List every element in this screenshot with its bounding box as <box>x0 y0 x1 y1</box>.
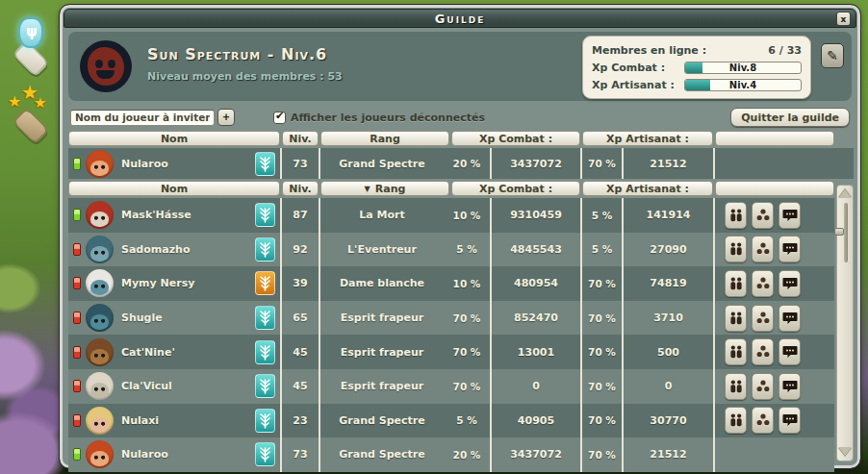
table-row[interactable]: Nularoo 73 Grand Spectre 20 % 3437072 70… <box>68 148 854 179</box>
scroll-down-icon[interactable] <box>838 446 852 458</box>
artisan-xp-percent: 70 % <box>582 266 622 301</box>
header-rank-sorted[interactable]: ▼Rang <box>320 181 449 196</box>
artisan-xp-value: 500 <box>624 335 713 369</box>
guild-options-button[interactable] <box>752 407 774 434</box>
header-actions <box>715 181 834 196</box>
member-level: 45 <box>282 369 319 404</box>
guild-emblem-logo <box>80 40 132 92</box>
header-level[interactable]: Niv. <box>282 181 319 196</box>
table-row[interactable]: Sadomazho 92 L'Eventreur 5 % 4845543 5 %… <box>68 233 834 267</box>
world-crystal-shortcut[interactable] <box>6 17 56 77</box>
group-invite-button[interactable] <box>725 270 747 297</box>
guild-emblem-icon <box>255 442 275 466</box>
header-name[interactable]: Nom <box>68 131 280 146</box>
guild-options-button[interactable] <box>752 373 774 400</box>
avatar <box>86 304 114 332</box>
guild-emblem-icon <box>255 374 275 398</box>
member-rank: La Mort <box>320 209 444 221</box>
header-xp-artisan[interactable]: Xp Artisanat : <box>582 181 713 196</box>
table-row[interactable]: Cat'Nine' 45 Esprit frapeur 70 % 13001 7… <box>68 335 834 369</box>
artisan-xp-percent: 70 % <box>582 148 622 179</box>
combat-xp-percent: 5 % <box>444 414 490 426</box>
member-name: Sadomazho <box>121 243 190 256</box>
message-button[interactable] <box>779 305 801 332</box>
toolbar: + ✔ Afficher les joueurs déconnectés Qui… <box>70 106 850 129</box>
status-badge <box>73 380 81 392</box>
title-bar[interactable]: Guilde x <box>64 9 856 28</box>
guild-options-button[interactable] <box>752 338 774 365</box>
table-row[interactable]: Nularoo 73 Grand Spectre 20 % 3437072 70… <box>68 437 834 472</box>
member-level: 73 <box>282 437 319 472</box>
checkmark-icon: ✔ <box>275 110 284 122</box>
message-button[interactable] <box>779 338 801 365</box>
header-level[interactable]: Niv. <box>282 131 319 146</box>
combat-xp-percent: 5 % <box>444 243 490 255</box>
group-invite-button[interactable] <box>725 305 747 332</box>
avatar <box>86 338 114 366</box>
show-offline-checkbox-wrap[interactable]: ✔ Afficher les joueurs déconnectés <box>273 112 485 124</box>
table-row[interactable]: Cla'Vicul 45 Esprit frapeur 70 % 0 70 % … <box>68 369 834 404</box>
avatar <box>86 236 114 263</box>
members-table: Nom Niv. Rang Xp Combat : Xp Artisanat :… <box>68 131 854 462</box>
scroll-thumb[interactable] <box>834 228 844 236</box>
xp-combat-level: Niv.8 <box>685 62 801 73</box>
message-button[interactable] <box>779 236 801 262</box>
table-header-row-sortable: Nom Niv. ▼Rang Xp Combat : Xp Artisanat … <box>68 181 854 196</box>
guild-options-button[interactable] <box>752 305 774 332</box>
message-button[interactable] <box>779 270 801 297</box>
combat-xp-value: 40905 <box>492 404 580 438</box>
table-row[interactable]: Mask'Hásse 87 La Mort 10 % 9310459 5 % 1… <box>68 198 834 233</box>
artisan-xp-value: 0 <box>624 369 713 404</box>
combat-xp-percent: 70 % <box>444 346 490 358</box>
group-invite-button[interactable] <box>725 236 747 262</box>
table-row[interactable]: Mymy Nersy 39 Dame blanche 10 % 480954 7… <box>68 266 834 301</box>
scroll-rail[interactable] <box>844 203 848 262</box>
message-button[interactable] <box>779 202 801 229</box>
member-name: Mask'Hásse <box>121 209 191 221</box>
group-invite-button[interactable] <box>725 373 747 400</box>
avatar <box>86 201 114 229</box>
table-row[interactable]: Nulaxi 23 Grand Spectre 5 % 40905 70 % 3… <box>68 404 834 438</box>
artisan-xp-percent: 70 % <box>582 404 622 438</box>
member-rank: Grand Spectre <box>320 414 444 427</box>
member-level: 92 <box>282 233 319 267</box>
combat-xp-value: 3437072 <box>492 148 580 179</box>
combat-xp-value: 9310459 <box>492 198 580 233</box>
table-row[interactable]: Shugle 65 Esprit frapeur 70 % 852470 70 … <box>68 301 834 336</box>
invite-player-input[interactable] <box>70 110 215 126</box>
stars-icon: ★★★ <box>8 85 56 119</box>
quit-guild-button[interactable]: Quitter la guilde <box>730 108 850 127</box>
member-rank: L'Eventreur <box>320 243 444 256</box>
scrollbar[interactable] <box>836 185 854 462</box>
header-xp-combat[interactable]: Xp Combat : <box>451 131 580 146</box>
status-badge <box>73 346 81 359</box>
member-rank: Dame blanche <box>320 277 444 289</box>
header-xp-artisan[interactable]: Xp Artisanat : <box>582 131 713 146</box>
message-button[interactable] <box>779 407 801 434</box>
member-rank: Esprit frapeur <box>320 346 444 359</box>
header-name[interactable]: Nom <box>68 181 280 196</box>
header-rank[interactable]: Rang <box>320 131 449 146</box>
combat-xp-value: 13001 <box>492 335 580 369</box>
edit-pencil-icon[interactable]: ✎ <box>821 43 844 68</box>
guild-options-button[interactable] <box>752 270 774 297</box>
show-offline-label: Afficher les joueurs déconnectés <box>291 112 485 124</box>
group-invite-button[interactable] <box>725 338 747 365</box>
xp-combat-label: Xp Combat : <box>592 62 684 74</box>
xp-artisan-label: Xp Artisanat : <box>592 79 684 91</box>
close-icon[interactable]: x <box>836 12 851 26</box>
guild-options-button[interactable] <box>752 202 774 229</box>
world-stars-shortcut[interactable]: ★★★ <box>6 85 56 144</box>
combat-xp-value: 852470 <box>492 301 580 336</box>
member-rank: Grand Spectre <box>320 158 444 170</box>
guild-options-button[interactable] <box>752 236 774 262</box>
show-offline-checkbox[interactable]: ✔ <box>273 112 286 124</box>
combat-xp-value: 0 <box>492 369 580 404</box>
scroll-up-icon[interactable] <box>838 188 852 200</box>
message-button[interactable] <box>779 373 801 400</box>
group-invite-button[interactable] <box>725 407 747 434</box>
add-invite-button[interactable]: + <box>217 109 235 126</box>
group-invite-button[interactable] <box>725 202 747 229</box>
header-xp-combat[interactable]: Xp Combat : <box>451 181 580 196</box>
member-rank: Grand Spectre <box>320 448 444 461</box>
